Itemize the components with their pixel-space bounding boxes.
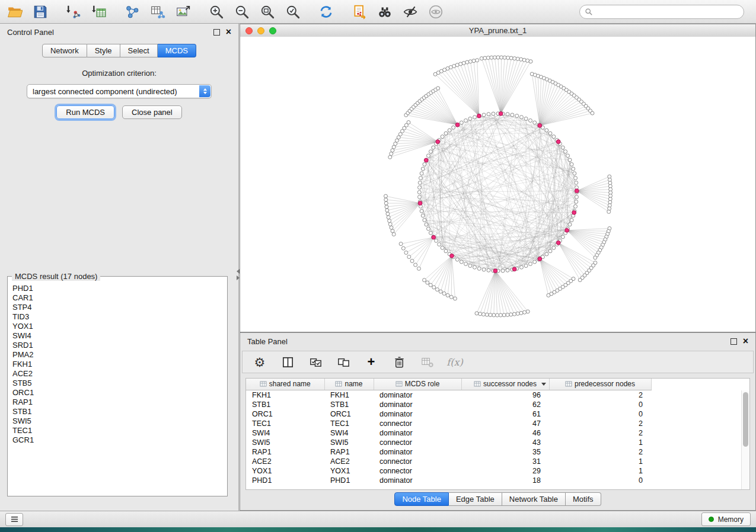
zoom-selected-button[interactable] [284,3,302,21]
cell-predecessor-nodes[interactable]: 2 [549,390,651,400]
tab-motifs[interactable]: Motifs [566,492,601,506]
cell-mcds-role[interactable]: dominator [374,428,461,438]
delete-column-button[interactable] [391,354,407,370]
network-from-table-button[interactable] [149,3,167,21]
cell-successor-nodes[interactable]: 31 [461,457,549,466]
cell-successor-nodes[interactable]: 46 [461,428,549,438]
cell-mcds-role[interactable]: dominator [374,476,461,485]
mcds-result-item[interactable]: TEC1 [12,426,225,435]
mcds-result-item[interactable]: STP4 [12,303,225,312]
criterion-select[interactable]: largest connected component (undirected) [27,84,212,98]
cell-mcds-role[interactable]: connector [374,466,461,476]
close-table-panel-icon[interactable]: × [743,338,748,345]
network-window-titlebar[interactable]: YPA_prune.txt_1 [240,24,755,37]
column-header-name[interactable]: name [324,379,374,390]
cell-successor-nodes[interactable]: 18 [461,476,549,485]
run-mcds-button[interactable]: Run MCDS [56,105,114,119]
table-settings-button[interactable]: ⚙ [252,354,267,370]
table-row[interactable]: SWI5SWI5connector431 [246,438,651,447]
cell-name[interactable]: FKH1 [324,390,374,400]
cell-mcds-role[interactable]: connector [374,457,461,466]
cell-predecessor-nodes[interactable]: 1 [549,457,651,466]
cell-predecessor-nodes[interactable]: 0 [549,400,651,409]
cell-name[interactable]: RAP1 [324,447,374,457]
mcds-result-item[interactable]: TID3 [12,312,225,322]
close-panel-button[interactable]: Close panel [122,105,182,119]
cell-successor-nodes[interactable]: 96 [461,390,549,400]
deselect-all-rows-button[interactable] [336,354,351,370]
tab-edge-table[interactable]: Edge Table [449,492,502,506]
cell-shared-name[interactable]: TEC1 [246,419,324,428]
mcds-result-item[interactable]: SWI4 [12,331,225,341]
mcds-result-item[interactable]: PMA2 [12,350,225,360]
tab-style[interactable]: Style [87,44,120,57]
table-row[interactable]: ACE2ACE2connector311 [246,457,651,466]
table-row[interactable]: YOX1YOX1connector291 [246,466,651,476]
cell-name[interactable]: STB1 [324,400,374,409]
cell-name[interactable]: TEC1 [324,419,374,428]
copy-network-button[interactable] [350,3,368,21]
cell-name[interactable]: SWI4 [324,428,374,438]
cell-mcds-role[interactable]: dominator [374,447,461,457]
cell-shared-name[interactable]: STB1 [246,400,324,409]
open-file-button[interactable] [6,3,24,21]
cell-mcds-role[interactable]: connector [374,419,461,428]
cell-predecessor-nodes[interactable]: 2 [549,447,651,457]
mcds-result-item[interactable]: FKH1 [12,360,225,369]
export-image-button[interactable] [174,3,192,21]
save-session-button[interactable] [31,3,49,21]
minimize-window-icon[interactable] [257,27,264,34]
table-row[interactable]: RAP1RAP1dominator352 [246,447,651,457]
network-graph[interactable] [240,37,755,332]
scrollbar-thumb[interactable] [743,392,748,447]
function-builder-button[interactable]: f(x) [447,354,462,370]
mcds-result-item[interactable]: ORC1 [12,388,225,398]
show-all-button[interactable] [427,3,445,21]
tab-mcds[interactable]: MCDS [158,44,196,57]
select-all-rows-button[interactable] [308,354,323,370]
cell-shared-name[interactable]: SWI4 [246,428,324,438]
search-input[interactable] [596,7,741,17]
column-header-predecessor-nodes[interactable]: predecessor nodes [549,379,651,390]
zoom-out-button[interactable] [233,3,251,21]
network-canvas[interactable] [240,37,755,332]
mcds-result-item[interactable]: CAR1 [12,293,225,303]
new-network-button[interactable] [123,3,141,21]
cell-predecessor-nodes[interactable]: 2 [549,419,651,428]
close-panel-x-icon[interactable]: × [226,28,231,36]
cell-name[interactable]: ACE2 [324,457,374,466]
float-panel-icon[interactable] [213,29,220,36]
hide-selected-button[interactable] [401,3,419,21]
close-window-icon[interactable] [245,27,253,34]
cell-shared-name[interactable]: ORC1 [246,409,324,419]
cell-shared-name[interactable]: RAP1 [246,447,324,457]
cell-mcds-role[interactable]: dominator [374,390,461,400]
mcds-result-item[interactable]: ACE2 [12,369,225,379]
cell-predecessor-nodes[interactable]: 2 [549,428,651,438]
mcds-result-item[interactable]: YOX1 [12,322,225,331]
cell-mcds-role[interactable]: dominator [374,409,461,419]
column-header-shared-name[interactable]: shared name [246,379,324,390]
status-menu-button[interactable] [5,513,23,526]
cell-successor-nodes[interactable]: 61 [461,409,549,419]
add-column-button[interactable]: + [363,354,379,370]
zoom-in-button[interactable] [208,3,225,21]
table-row[interactable]: TEC1TEC1connector472 [246,419,651,428]
table-row[interactable]: ORC1ORC1dominator610 [246,409,651,419]
mcds-result-item[interactable]: RAP1 [12,398,225,407]
cell-predecessor-nodes[interactable]: 0 [549,409,651,419]
table-row[interactable]: PHD1PHD1dominator180 [246,476,651,485]
import-network-button[interactable] [65,3,82,21]
maximize-window-icon[interactable] [269,27,276,34]
cell-predecessor-nodes[interactable]: 1 [549,466,651,476]
zoom-fit-button[interactable] [259,3,276,21]
mcds-result-item[interactable]: GCR1 [12,435,225,445]
float-table-panel-icon[interactable] [731,338,737,345]
tab-network[interactable]: Network [42,44,87,57]
cell-name[interactable]: ORC1 [324,409,374,419]
cell-shared-name[interactable]: FKH1 [246,390,324,400]
cell-successor-nodes[interactable]: 62 [461,400,549,409]
search-box[interactable] [579,5,744,19]
cell-name[interactable]: YOX1 [324,466,374,476]
tab-select[interactable]: Select [120,44,158,57]
